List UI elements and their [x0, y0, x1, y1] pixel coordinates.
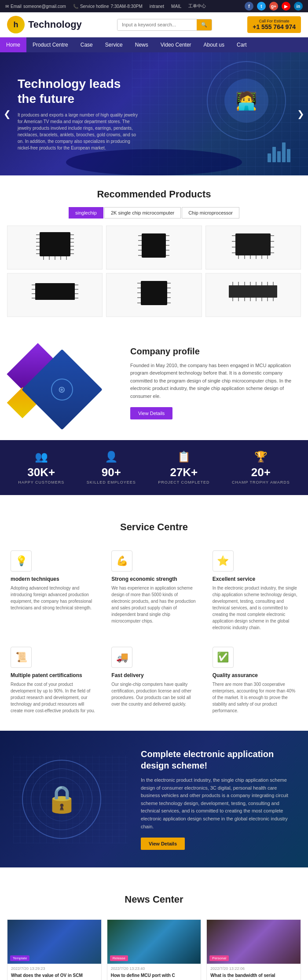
news-img-3: Personal	[207, 920, 301, 964]
news-article-title-2: How to define MCU port with C language?	[111, 973, 198, 980]
tab-2k-chip[interactable]: 2K single chip microcomputer	[104, 207, 181, 219]
service-title-quality: Quality assurance	[213, 672, 297, 678]
chip-pins-left-3	[232, 235, 235, 254]
lock-circle-inner: 🔒	[31, 769, 92, 830]
chip-pins-top-6	[232, 282, 274, 285]
service-item-quality: ✅ Quality assurance There are more than …	[209, 643, 301, 718]
product-card-3[interactable]	[205, 226, 301, 270]
nav-item-video[interactable]: Video Center	[154, 37, 198, 52]
view-details-button[interactable]: View Details	[130, 407, 172, 419]
top-bar-left: ✉ Email someone@gmail.com 📞 Service hotl…	[5, 3, 206, 9]
hero-bar-3	[277, 151, 281, 162]
news-img-1: Template	[7, 920, 101, 964]
stat-number-awards: 20+	[232, 466, 290, 479]
service-section: Service Centre 💡 modern techniques Adopt…	[0, 495, 308, 731]
stat-number-employees: 90+	[87, 466, 136, 479]
chip-body-3	[235, 233, 271, 255]
news-date-3: 2022/7/20 13:22:06	[210, 966, 297, 971]
nav-item-case[interactable]: Case	[74, 37, 99, 52]
stat-icon-projects: 📋	[158, 451, 209, 463]
stat-projects: 📋 27K+ PROJECT COMPLETED	[158, 451, 209, 485]
hero-ellipse	[66, 149, 242, 175]
chip-body-2	[142, 233, 166, 258]
product-card-6[interactable]	[205, 273, 301, 317]
top-bar-right: f t g+ ▶ in	[245, 2, 303, 11]
hero-circle-inner: 🧑‍💻	[216, 70, 277, 131]
news-meta-2: 2022/7/20 13:23:40 How to define MCU por…	[107, 964, 201, 980]
logo: h Technology	[7, 16, 82, 33]
chip-pins-right-5	[167, 283, 171, 303]
product-grid	[0, 226, 308, 326]
chip-pins-right-4	[75, 284, 78, 299]
service-icon-patent: 📜	[11, 647, 32, 668]
news-badge-1: Template	[10, 955, 29, 961]
chip-visual-2	[136, 233, 172, 262]
cta-button[interactable]: View Details	[141, 838, 185, 850]
product-card-2[interactable]	[106, 226, 202, 270]
googleplus-icon[interactable]: g+	[269, 2, 278, 11]
tab-singlechip[interactable]: singlechip	[69, 207, 103, 219]
hero-bar-4	[282, 142, 286, 162]
news-grid: Template 2022/7/20 13:29:23 What does th…	[7, 919, 301, 980]
phone-icon: 📞	[73, 4, 78, 9]
logo-icon: h	[7, 16, 25, 33]
chip-visual-5	[135, 281, 172, 310]
tab-chip-microprocessor[interactable]: Chip microprocessor	[182, 207, 239, 219]
youtube-icon[interactable]: ▶	[282, 2, 290, 11]
news-card-2[interactable]: Release 2022/7/20 13:23:40 How to define…	[107, 919, 202, 980]
hero-arrow-left[interactable]: ❮	[4, 109, 11, 119]
chip-pins-bottom-6	[232, 298, 274, 301]
company-visual: ⊛	[7, 339, 121, 427]
company-text: Company profile Founded in May 2010, the…	[130, 346, 301, 420]
chip-visual-6	[227, 285, 279, 305]
nav-item-cart[interactable]: Cart	[231, 37, 253, 52]
service-item-modern: 💡 modern techniques Adopting advanced te…	[7, 547, 99, 634]
chip-pins-right-2	[166, 235, 169, 256]
header: h Technology 🔍 Call For Estimate +1 555 …	[0, 12, 308, 37]
nav-item-news[interactable]: News	[129, 37, 154, 52]
stat-happy-customers: 👥 30K+ HAPPY CUSTOMERS	[18, 451, 64, 485]
hero-chart	[268, 142, 290, 162]
hero-arrow-right[interactable]: ❯	[297, 109, 304, 119]
product-card-4[interactable]	[7, 273, 103, 317]
linkedin-icon[interactable]: in	[294, 2, 303, 11]
chip-pins-left-2	[138, 235, 142, 256]
news-title: News Center	[7, 881, 301, 912]
news-meta-1: 2022/7/20 13:29:23 What does the value o…	[7, 964, 101, 980]
service-icon-economic: 💪	[111, 550, 132, 572]
search-button[interactable]: 🔍	[197, 19, 212, 30]
facebook-icon[interactable]: f	[245, 2, 253, 11]
search-input[interactable]	[117, 19, 197, 30]
nav-item-home[interactable]: Home	[0, 37, 26, 52]
news-article-title-3: What is the bandwidth of serial communic…	[210, 973, 297, 980]
service-item-delivery: 🚚 Fast delivery Our single-chip computer…	[108, 643, 200, 718]
service-title-excellent: Excellent service	[213, 576, 297, 582]
email-info: ✉ Email someone@gmail.com	[5, 4, 66, 9]
service-item-excellent: ⭐ Excellent service In the electronic pr…	[209, 547, 301, 634]
product-card-5[interactable]	[106, 273, 202, 317]
chip-visual-1	[35, 232, 75, 263]
service-desc-economic: We has experience in application scheme …	[111, 585, 196, 624]
service-icon-excellent: ⭐	[213, 550, 234, 572]
chip-pins-right-3	[271, 235, 274, 254]
stat-label-employees: SKILLED EMPLOYEES	[87, 480, 136, 485]
nav-item-service[interactable]: Service	[99, 37, 129, 52]
news-card-1[interactable]: Template 2022/7/20 13:29:23 What does th…	[7, 919, 102, 980]
chip-body-4	[35, 283, 75, 300]
news-card-3[interactable]: Personal 2022/7/20 13:22:06 What is the …	[206, 919, 301, 980]
product-card-1[interactable]	[7, 226, 103, 270]
chip-pins-left-1	[36, 234, 40, 254]
twitter-icon[interactable]: t	[257, 2, 266, 11]
stat-label-awards: CHAMP TROPHY AWARDS	[232, 480, 290, 485]
service-title: Service Centre	[7, 508, 301, 540]
nav-item-about[interactable]: About us	[198, 37, 231, 52]
stat-icon-employees: 👤	[87, 451, 136, 463]
nav-item-product[interactable]: Product Centre	[26, 37, 74, 52]
hero-circle-outer: 🧑‍💻	[207, 61, 286, 140]
service-title-delivery: Fast delivery	[111, 672, 196, 678]
company-title: Company profile	[130, 346, 301, 357]
service-info: 📞 Service hotline 7:30AM-8:30PM	[73, 4, 143, 9]
search-bar[interactable]: 🔍	[117, 19, 212, 31]
company-description: Founded in May 2010, the company has bee…	[130, 362, 301, 401]
news-meta-3: 2022/7/20 13:22:06 What is the bandwidth…	[207, 964, 301, 980]
